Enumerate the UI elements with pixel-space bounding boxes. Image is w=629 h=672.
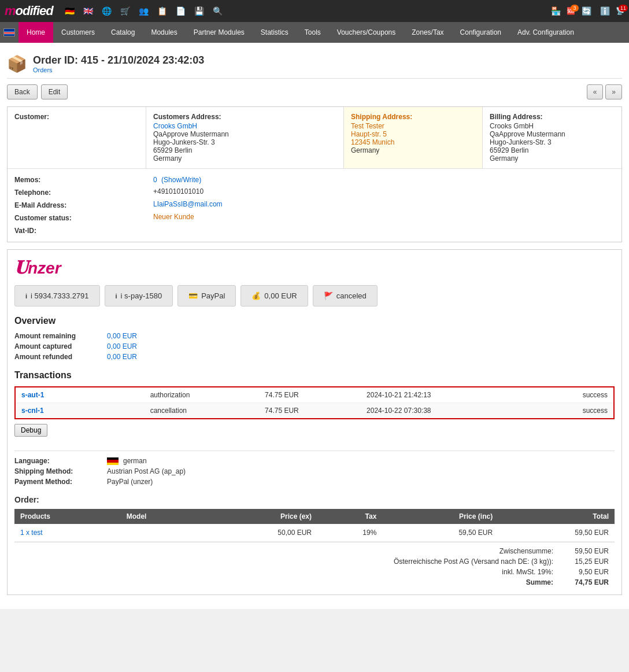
order-icon: 📦 (7, 54, 27, 73)
database-icon[interactable]: 💾 (192, 5, 207, 17)
customer-status-value: Neuer Kunde (153, 213, 615, 223)
shop-icon[interactable]: 🏪 (548, 5, 563, 17)
flag-uk-icon[interactable]: 🇬🇧 (81, 5, 96, 17)
menu-catalog[interactable]: Catalog (103, 22, 143, 43)
shipping-name[interactable]: Test Tester (351, 122, 384, 130)
order-table: ProductsModelPrice (ex)TaxPrice (inc)Tot… (14, 509, 615, 542)
unzer-id-button[interactable]: i i 5934.7333.2791 (14, 285, 100, 307)
menu-zones-tax[interactable]: Zones/Tax (404, 22, 452, 43)
top-icons: 🇩🇪 🇬🇧 🌐 🛒 👥 📋 📄 💾 🔍 (62, 5, 225, 17)
copy-icon[interactable]: 📄 (173, 5, 188, 17)
unzer-amount-button[interactable]: 💰 0,00 EUR (240, 285, 308, 307)
shipping-method-row: Shipping Method: Austrian Post AG (ap_ap… (14, 467, 615, 475)
customer-addr2: QaApprove Mustermann (153, 130, 229, 138)
total-label: Summe: (526, 578, 553, 586)
total-value: 59,50 EUR (563, 547, 609, 555)
menu-modules[interactable]: Modules (143, 22, 185, 43)
billing-line4: 65929 Berlin (490, 146, 528, 154)
amount-captured-value: 0,00 EUR (107, 342, 137, 350)
flag-menu-icon (0, 22, 18, 43)
memos-count: 0 (153, 176, 157, 184)
billing-address-value: Crooks GmbH QaApprove Mustermann Hugo-Ju… (490, 122, 615, 163)
unzer-paypal-label: PayPal (201, 291, 225, 300)
app-logo: modified (5, 3, 53, 19)
menu-adv-configuration[interactable]: Adv. Configuration (509, 22, 582, 43)
shipping-address-value: Test Tester Haupt-str. 5 12345 Munich Ge… (351, 122, 475, 154)
tr-id: s-aut-1 (15, 387, 145, 403)
amount-refunded-row: Amount refunded 0,00 EUR (14, 353, 615, 361)
users-icon[interactable]: 👥 (136, 5, 151, 17)
info-section: Customer: Customers Address: Crooks GmbH… (7, 106, 622, 242)
page-subtitle[interactable]: Orders (33, 67, 204, 73)
telephone-value: +491010101010 (153, 187, 615, 198)
customer-addr4: 65929 Berlin (153, 146, 192, 154)
search-icon[interactable]: 🔍 (210, 5, 225, 17)
unzer-id-label: i 5934.7333.2791 (31, 291, 88, 300)
customer-addr3: Hugo-Junkers-Str. 3 (153, 138, 215, 146)
order-column-header: Model (121, 509, 201, 524)
rss-badge-count: 11 (619, 5, 628, 12)
rss-badge[interactable]: 📡11 (616, 7, 624, 15)
email-value[interactable]: LIaiPaSsIB@mail.com (153, 200, 615, 211)
billing-line3: Hugo-Junkers-Str. 3 (490, 138, 552, 146)
shipping-address-label: Shipping Address: (351, 113, 475, 121)
flag-de-icon[interactable]: 🇩🇪 (62, 5, 77, 17)
shipping-street[interactable]: Haupt-str. 5 (351, 130, 387, 138)
customer-addr5: Germany (153, 154, 182, 163)
customers-address-label: Customers Address: (153, 113, 336, 121)
payment-method-row: Payment Method: PayPal (unzer) (14, 478, 615, 486)
memos-link[interactable]: (Show/Write) (161, 176, 201, 184)
unzer-status-label: canceled (336, 291, 367, 300)
unzer-paypal-button[interactable]: 💳 PayPal (177, 285, 236, 307)
shipping-city[interactable]: 12345 Munich (351, 138, 394, 146)
prev-button[interactable]: « (587, 84, 604, 99)
unzer-amount-label: 0,00 EUR (264, 291, 297, 300)
unzer-pay-label: i s-pay-1580 (121, 291, 162, 300)
tr-status: success (531, 403, 614, 419)
action-bar-right: « » (587, 84, 622, 99)
back-button[interactable]: Back (7, 84, 38, 99)
order-column-header: Total (498, 509, 615, 524)
paypal-icon: 💳 (188, 291, 198, 300)
menu-tools[interactable]: Tools (297, 22, 329, 43)
menu-vouchers[interactable]: Vouchers/Coupons (329, 22, 404, 43)
menu-configuration[interactable]: Configuration (452, 22, 509, 43)
tr-type: cancellation (145, 403, 259, 419)
menu-partner-modules[interactable]: Partner Modules (186, 22, 253, 43)
top-bar: modified 🇩🇪 🇬🇧 🌐 🛒 👥 📋 📄 💾 🔍 🏪 🆘3 🔄 ℹ️ 📡… (0, 0, 629, 22)
language-row: Language: german (14, 457, 615, 465)
tr-date: 2024-10-21 21:42:13 (361, 387, 531, 403)
debug-button[interactable]: Debug (14, 424, 47, 437)
email-link[interactable]: LIaiPaSsIB@mail.com (153, 200, 223, 208)
billing-line5: Germany (490, 154, 518, 163)
billing-line2: QaApprove Mustermann (490, 130, 565, 138)
total-label: inkl. MwSt. 19%: (502, 568, 553, 576)
order-column-header: Tax (317, 509, 382, 524)
language-label: Language: (14, 457, 107, 465)
menu-home[interactable]: Home (18, 22, 53, 43)
cart-icon[interactable]: 🛒 (118, 5, 133, 17)
unzer-pay-button[interactable]: i i s-pay-1580 (105, 285, 173, 307)
order-total-line: Zwischensumme:59,50 EUR (14, 546, 615, 556)
shipping-method-label: Shipping Method: (14, 467, 107, 475)
shipping-country: Germany (351, 146, 379, 154)
svg-rect-2 (4, 32, 15, 34)
info-icon[interactable]: ℹ️ (597, 5, 612, 17)
lifebuoy-badge[interactable]: 🆘3 (567, 7, 575, 15)
order-product[interactable]: 1 x test (14, 524, 121, 542)
main-content: 📦 Order ID: 415 - 21/10/2024 23:42:03 Or… (0, 43, 629, 609)
unzer-status-button[interactable]: 🚩 canceled (313, 285, 378, 307)
globe-icon[interactable]: 🌐 (99, 5, 114, 17)
order-title: Order: (14, 495, 615, 504)
overview-title: Overview (14, 316, 615, 326)
refresh-icon[interactable]: 🔄 (579, 5, 594, 17)
menu-customers[interactable]: Customers (53, 22, 103, 43)
order-total: 59,50 EUR (498, 524, 615, 542)
payment-method-label: Payment Method: (14, 478, 107, 486)
menu-statistics[interactable]: Statistics (253, 22, 297, 43)
next-button[interactable]: » (605, 84, 622, 99)
customer-name-link[interactable]: Crooks GmbH (153, 122, 197, 130)
transaction-row: s-cnl-1 cancellation 74.75 EUR 2024-10-2… (15, 403, 614, 419)
edit-button[interactable]: Edit (41, 84, 68, 99)
table-icon[interactable]: 📋 (155, 5, 170, 17)
